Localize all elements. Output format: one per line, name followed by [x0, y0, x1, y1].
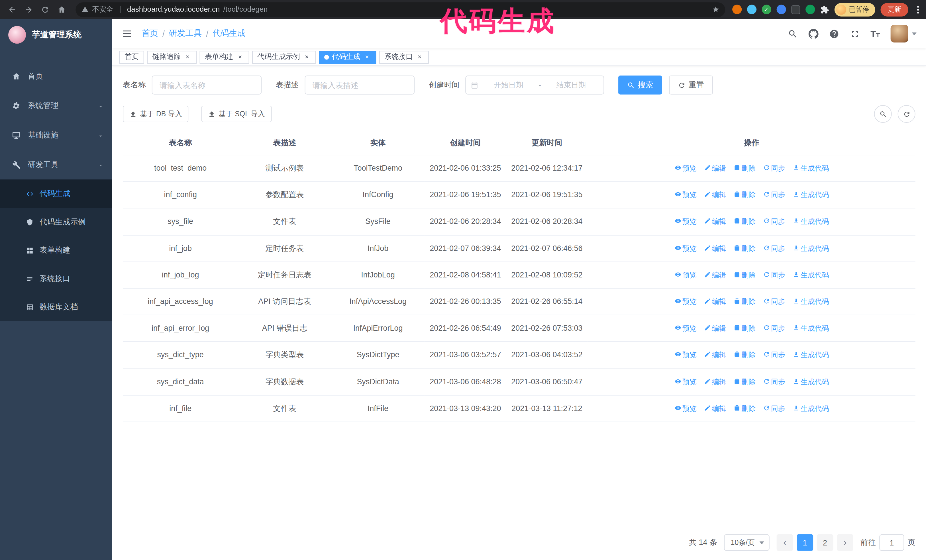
- sync-link[interactable]: 同步: [763, 298, 785, 306]
- delete-link[interactable]: 删除: [733, 191, 756, 199]
- extension-icon-fox[interactable]: [732, 5, 741, 14]
- sidebar-item-codegen[interactable]: 代码生成: [0, 180, 112, 208]
- toggle-search-button[interactable]: [874, 105, 892, 123]
- help-icon[interactable]: [829, 29, 839, 39]
- hamburger-icon[interactable]: [122, 28, 132, 39]
- browser-menu-icon[interactable]: [915, 6, 921, 14]
- sidebar-item-form-builder[interactable]: 表单构建: [0, 236, 112, 264]
- sidebar-item-system[interactable]: 系统管理: [0, 91, 112, 121]
- edit-link[interactable]: 编辑: [704, 217, 726, 226]
- sidebar-logo[interactable]: 芋道管理系统: [0, 19, 112, 51]
- generate-code-link[interactable]: 生成代码: [792, 377, 829, 386]
- generate-code-link[interactable]: 生成代码: [792, 191, 829, 199]
- edit-link[interactable]: 编辑: [704, 164, 726, 172]
- import-sql-button[interactable]: 基于 SQL 导入: [202, 106, 272, 122]
- sync-link[interactable]: 同步: [763, 164, 785, 172]
- fullscreen-icon[interactable]: [850, 29, 860, 39]
- preview-link[interactable]: 预览: [674, 324, 697, 332]
- tab-close-icon[interactable]: ×: [363, 53, 371, 61]
- sidebar-item-codegen-example[interactable]: 代码生成示例: [0, 208, 112, 236]
- url-bar[interactable]: 不安全 | dashboard.yudao.iocoder.cn/tool/co…: [76, 2, 725, 17]
- github-icon[interactable]: [809, 29, 819, 39]
- tab-close-icon[interactable]: ×: [184, 53, 191, 61]
- generate-code-link[interactable]: 生成代码: [792, 351, 829, 359]
- generate-code-link[interactable]: 生成代码: [792, 244, 829, 252]
- delete-link[interactable]: 删除: [733, 298, 756, 306]
- preview-link[interactable]: 预览: [674, 298, 697, 306]
- preview-link[interactable]: 预览: [674, 164, 697, 172]
- profile-paused-chip[interactable]: 已暂停: [834, 3, 875, 16]
- tab-codegen-example[interactable]: 代码生成示例×: [252, 50, 316, 63]
- tab-close-icon[interactable]: ×: [236, 53, 244, 61]
- sidebar-item-devtools[interactable]: 研发工具: [0, 150, 112, 180]
- generate-code-link[interactable]: 生成代码: [792, 404, 829, 412]
- preview-link[interactable]: 预览: [674, 191, 697, 199]
- page-size-select[interactable]: 10条/页: [724, 534, 770, 551]
- font-size-icon[interactable]: TT: [870, 29, 880, 39]
- sync-link[interactable]: 同步: [763, 351, 785, 359]
- sidebar-item-system-api[interactable]: 系统接口: [0, 265, 112, 293]
- browser-update-button[interactable]: 更新: [881, 3, 908, 16]
- tab-home[interactable]: 首页: [120, 50, 144, 63]
- user-menu[interactable]: [891, 25, 917, 42]
- edit-link[interactable]: 编辑: [704, 377, 726, 386]
- sync-link[interactable]: 同步: [763, 271, 785, 279]
- sidebar-item-home[interactable]: 首页: [0, 62, 112, 91]
- generate-code-link[interactable]: 生成代码: [792, 217, 829, 226]
- edit-link[interactable]: 编辑: [704, 271, 726, 279]
- extensions-puzzle-icon[interactable]: [820, 5, 829, 14]
- page-button-2[interactable]: 2: [817, 534, 834, 551]
- sync-link[interactable]: 同步: [763, 377, 785, 386]
- tab-system-api[interactable]: 系统接口×: [379, 50, 429, 63]
- sync-link[interactable]: 同步: [763, 217, 785, 226]
- forward-icon[interactable]: [21, 2, 36, 17]
- next-page-button[interactable]: ›: [837, 534, 853, 551]
- home-icon[interactable]: [54, 2, 69, 17]
- preview-link[interactable]: 预览: [674, 351, 697, 359]
- sync-link[interactable]: 同步: [763, 404, 785, 412]
- table-name-input[interactable]: [152, 75, 262, 94]
- reset-button[interactable]: 重置: [669, 75, 713, 94]
- preview-link[interactable]: 预览: [674, 217, 697, 226]
- breadcrumb-devtools[interactable]: 研发工具: [169, 28, 202, 39]
- delete-link[interactable]: 删除: [733, 271, 756, 279]
- tab-close-icon[interactable]: ×: [416, 53, 424, 61]
- edit-link[interactable]: 编辑: [704, 191, 726, 199]
- tab-close-icon[interactable]: ×: [303, 53, 310, 61]
- edit-link[interactable]: 编辑: [704, 244, 726, 252]
- delete-link[interactable]: 删除: [733, 164, 756, 172]
- search-button[interactable]: 搜索: [618, 75, 662, 94]
- edit-link[interactable]: 编辑: [704, 404, 726, 412]
- edit-link[interactable]: 编辑: [704, 298, 726, 306]
- preview-link[interactable]: 预览: [674, 377, 697, 386]
- extension-icon-drop[interactable]: [747, 5, 756, 14]
- delete-link[interactable]: 删除: [733, 244, 756, 252]
- preview-link[interactable]: 预览: [674, 404, 697, 412]
- preview-link[interactable]: 预览: [674, 271, 697, 279]
- goto-page-input[interactable]: [879, 534, 904, 551]
- table-desc-input[interactable]: [305, 75, 415, 94]
- back-icon[interactable]: [5, 2, 19, 17]
- date-range-picker[interactable]: 开始日期 - 结束日期: [465, 75, 604, 94]
- extension-icon-leaf[interactable]: [805, 5, 815, 14]
- sync-link[interactable]: 同步: [763, 191, 785, 199]
- page-button-1[interactable]: 1: [797, 534, 813, 551]
- breadcrumb-home[interactable]: 首页: [142, 28, 158, 39]
- extension-icon-dark[interactable]: [791, 5, 800, 14]
- generate-code-link[interactable]: 生成代码: [792, 324, 829, 332]
- sidebar-item-db-doc[interactable]: 数据库文档: [0, 293, 112, 321]
- import-db-button[interactable]: 基于 DB 导入: [123, 106, 189, 122]
- generate-code-link[interactable]: 生成代码: [792, 164, 829, 172]
- generate-code-link[interactable]: 生成代码: [792, 271, 829, 279]
- delete-link[interactable]: 删除: [733, 324, 756, 332]
- delete-link[interactable]: 删除: [733, 351, 756, 359]
- extension-icon-people[interactable]: [776, 5, 786, 14]
- preview-link[interactable]: 预览: [674, 244, 697, 252]
- sync-link[interactable]: 同步: [763, 244, 785, 252]
- delete-link[interactable]: 删除: [733, 217, 756, 226]
- delete-link[interactable]: 删除: [733, 404, 756, 412]
- edit-link[interactable]: 编辑: [704, 351, 726, 359]
- delete-link[interactable]: 删除: [733, 377, 756, 386]
- generate-code-link[interactable]: 生成代码: [792, 298, 829, 306]
- reload-icon[interactable]: [38, 2, 52, 17]
